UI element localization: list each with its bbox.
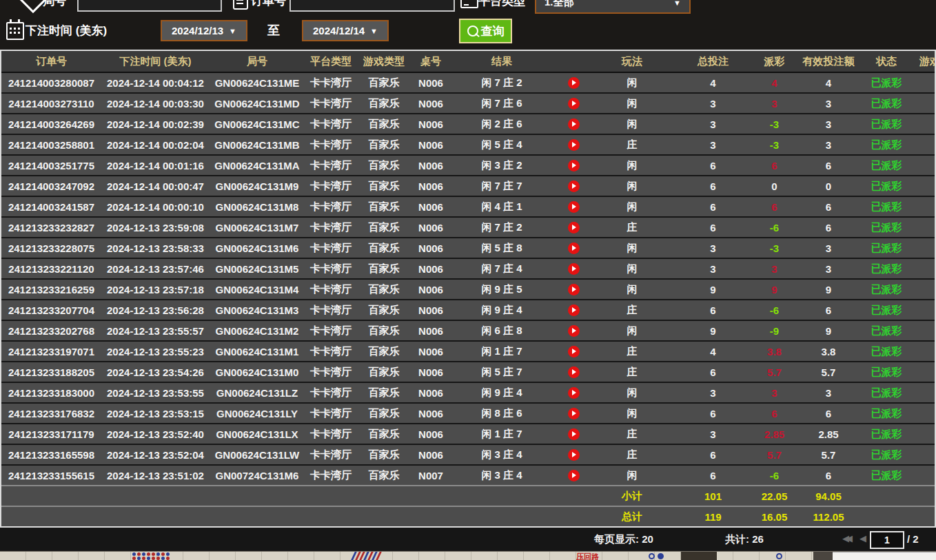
grand-total-row: 总计11916.05112.05 (1, 507, 935, 526)
search-button[interactable]: 查询 (459, 19, 512, 43)
order-number-input[interactable] (289, 0, 455, 12)
prev-page-icon[interactable]: ◀ (859, 533, 866, 543)
order-cell: 241213233202768 (1, 325, 101, 337)
game-type-cell: 百家乐 (357, 118, 411, 131)
game-type-cell: 百家乐 (357, 138, 411, 152)
total-bet-cell: 6 (670, 449, 756, 461)
play-icon (572, 225, 576, 230)
page-number-input[interactable] (870, 531, 904, 549)
table-row: 2412132332162592024-12-13 23:57:18GN0062… (1, 280, 935, 300)
play-video-button[interactable] (568, 160, 580, 172)
game-type-cell: 百家乐 (357, 262, 411, 276)
play-icon (572, 452, 576, 457)
bet-side-cell: 庄 (594, 366, 670, 379)
time-cell: 2024-12-13 23:57:46 (101, 263, 210, 275)
bet-side-cell: 闲 (594, 324, 670, 338)
background-game-strip: 压回路 (0, 551, 936, 560)
order-cell: 241213233207704 (1, 304, 101, 316)
date-from-value: 2024/12/13 (172, 25, 223, 37)
status-cell: 已派彩 (864, 76, 908, 90)
table-row: 2412140032470922024-12-14 00:00:47GN0062… (1, 176, 935, 197)
payout-cell: 0 (756, 180, 793, 192)
play-video-button[interactable] (568, 387, 580, 399)
play-video-button[interactable] (568, 77, 580, 89)
column-header: 游戏 (908, 55, 935, 68)
play-icon (572, 473, 576, 478)
round-number-input[interactable] (77, 0, 222, 12)
table-row: 2412132332280752024-12-13 23:58:33GN0062… (1, 238, 935, 259)
totals-value: 101 (670, 490, 756, 502)
play-video-button[interactable] (568, 470, 580, 481)
table-totals: 小计10122.0594.05总计11916.05112.05 (1, 486, 935, 526)
table-body: 2412140032800872024-12-14 00:04:12GN0062… (1, 73, 935, 486)
play-video-button[interactable] (568, 408, 580, 419)
date-to-select[interactable]: 2024/12/14 ▼ (302, 20, 389, 41)
platform-cell: 卡卡湾厅 (305, 469, 357, 482)
play-video-button[interactable] (568, 180, 580, 192)
status-cell: 已派彩 (864, 118, 908, 131)
game-type-cell: 百家乐 (357, 469, 411, 482)
pagination-bar: 每页显示: 20 共计: 26 ◀◀ ◀ / 2 (0, 528, 936, 551)
play-video-button[interactable] (568, 242, 580, 254)
time-cell: 2024-12-13 23:53:55 (101, 387, 210, 399)
time-cell: 2024-12-14 00:03:30 (101, 98, 210, 110)
play-video-button[interactable] (568, 428, 580, 440)
platform-cell: 卡卡湾厅 (305, 262, 357, 276)
valid-bet-cell: 6 (793, 160, 864, 172)
play-video-button[interactable] (568, 98, 580, 110)
status-cell: 已派彩 (864, 200, 908, 214)
play-cell (553, 387, 594, 399)
bet-side-cell: 闲 (594, 180, 670, 193)
result-cell: 闲 9 庄 4 (451, 304, 553, 317)
total-bet-cell: 6 (670, 304, 756, 316)
order-cell: 241213233155615 (1, 470, 101, 481)
valid-bet-cell: 6 (793, 222, 864, 234)
play-video-button[interactable] (568, 263, 580, 275)
play-video-button[interactable] (568, 118, 580, 130)
platform-type-select[interactable]: 1.全部 ▼ (535, 0, 691, 14)
play-video-button[interactable] (568, 222, 580, 234)
status-cell: 已派彩 (864, 138, 908, 152)
result-cell: 闲 4 庄 1 (451, 200, 553, 214)
bet-side-cell: 闲 (594, 407, 670, 420)
status-cell: 已派彩 (864, 386, 908, 400)
play-cell (553, 470, 594, 481)
payout-cell: 6 (756, 201, 793, 213)
column-header: 总投注 (670, 55, 756, 68)
play-cell (553, 118, 594, 130)
result-cell: 闲 2 庄 6 (451, 118, 553, 131)
column-header: 派彩 (756, 55, 793, 68)
table-row: 2412140032517752024-12-14 00:01:16GN0062… (1, 156, 935, 176)
date-from-select[interactable]: 2024/12/13 ▼ (161, 20, 247, 41)
play-video-button[interactable] (568, 304, 580, 316)
first-page-icon[interactable]: ◀◀ (842, 533, 849, 543)
round-cell: GN00624C131MA (210, 160, 305, 172)
status-cell: 已派彩 (864, 428, 908, 441)
total-bet-cell: 6 (670, 160, 756, 172)
play-video-button[interactable] (568, 325, 580, 337)
total-bet-cell: 4 (670, 77, 756, 89)
play-video-button[interactable] (568, 449, 580, 461)
play-video-button[interactable] (568, 284, 580, 295)
play-video-button[interactable] (568, 139, 580, 151)
roadmap-circle-icon (658, 553, 664, 559)
table-no-cell: N006 (411, 242, 451, 254)
play-cell (553, 77, 594, 89)
table-no-cell: N006 (411, 118, 451, 130)
round-cell: GN00624C131M6 (210, 242, 305, 254)
play-video-button[interactable] (568, 201, 580, 213)
calendar-icon (6, 22, 24, 40)
total-bet-cell: 3 (670, 139, 756, 151)
valid-bet-cell: 0 (793, 180, 864, 192)
play-icon (572, 328, 576, 333)
total-bet-cell: 3 (670, 263, 756, 275)
play-cell (553, 449, 594, 461)
play-video-button[interactable] (568, 366, 580, 378)
status-cell: 已派彩 (864, 448, 908, 462)
column-header: 状态 (864, 55, 908, 68)
time-cell: 2024-12-14 00:04:12 (101, 77, 210, 89)
play-icon (572, 411, 576, 416)
play-video-button[interactable] (568, 346, 580, 357)
play-cell (553, 263, 594, 275)
totals-value: 112.05 (793, 511, 864, 523)
